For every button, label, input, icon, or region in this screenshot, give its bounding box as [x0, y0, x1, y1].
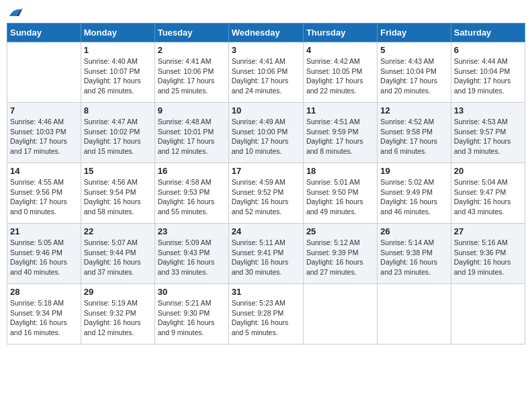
header-saturday: Saturday	[451, 24, 525, 42]
day-info: Sunrise: 5:04 AMSunset: 9:47 PMDaylight:…	[454, 177, 522, 217]
calendar-cell: 18Sunrise: 5:01 AMSunset: 9:50 PMDayligh…	[303, 163, 377, 224]
day-info: Sunrise: 4:47 AMSunset: 10:02 PMDaylight…	[84, 117, 152, 156]
calendar-cell: 30Sunrise: 5:21 AMSunset: 9:30 PMDayligh…	[154, 284, 228, 345]
day-info: Sunrise: 5:01 AMSunset: 9:50 PMDaylight:…	[306, 177, 374, 217]
day-number: 12	[380, 105, 447, 116]
calendar-cell: 20Sunrise: 5:04 AMSunset: 9:47 PMDayligh…	[451, 163, 525, 224]
calendar-cell: 29Sunrise: 5:19 AMSunset: 9:32 PMDayligh…	[81, 284, 154, 345]
day-number: 13	[454, 105, 522, 116]
day-number: 26	[380, 226, 447, 236]
calendar-cell	[378, 284, 451, 345]
calendar-cell: 16Sunrise: 4:58 AMSunset: 9:53 PMDayligh…	[154, 163, 228, 224]
day-number: 31	[232, 287, 300, 297]
day-info: Sunrise: 4:52 AMSunset: 9:58 PMDaylight:…	[380, 117, 447, 156]
calendar-week-5: 28Sunrise: 5:18 AMSunset: 9:34 PMDayligh…	[7, 284, 525, 345]
day-info: Sunrise: 4:43 AMSunset: 10:04 PMDaylight…	[380, 56, 447, 96]
calendar-week-1: 1Sunrise: 4:40 AMSunset: 10:07 PMDayligh…	[7, 42, 525, 103]
day-number: 20	[454, 166, 522, 176]
calendar-cell: 10Sunrise: 4:49 AMSunset: 10:00 PMDaylig…	[228, 103, 303, 163]
day-number: 16	[158, 166, 226, 176]
day-number: 3	[232, 45, 300, 55]
day-info: Sunrise: 5:11 AMSunset: 9:41 PMDaylight:…	[232, 238, 300, 277]
day-info: Sunrise: 5:16 AMSunset: 9:36 PMDaylight:…	[454, 238, 522, 277]
day-number: 29	[84, 287, 152, 297]
calendar-cell: 22Sunrise: 5:07 AMSunset: 9:44 PMDayligh…	[81, 224, 154, 284]
day-info: Sunrise: 4:44 AMSunset: 10:04 PMDaylight…	[454, 56, 522, 96]
day-number: 8	[84, 105, 152, 116]
day-info: Sunrise: 4:53 AMSunset: 9:57 PMDaylight:…	[454, 117, 522, 156]
calendar-cell: 24Sunrise: 5:11 AMSunset: 9:41 PMDayligh…	[228, 224, 303, 284]
day-number: 23	[158, 226, 226, 236]
day-info: Sunrise: 5:09 AMSunset: 9:43 PMDaylight:…	[158, 238, 226, 277]
day-info: Sunrise: 4:49 AMSunset: 10:00 PMDaylight…	[232, 117, 300, 156]
day-number: 7	[10, 105, 78, 116]
calendar-cell: 17Sunrise: 4:59 AMSunset: 9:52 PMDayligh…	[228, 163, 303, 224]
day-info: Sunrise: 4:58 AMSunset: 9:53 PMDaylight:…	[158, 177, 226, 217]
logo-bird-icon	[8, 7, 23, 19]
calendar-cell: 11Sunrise: 4:51 AMSunset: 9:59 PMDayligh…	[303, 103, 377, 163]
day-number: 30	[158, 287, 226, 297]
header-monday: Monday	[81, 24, 154, 42]
calendar-cell: 23Sunrise: 5:09 AMSunset: 9:43 PMDayligh…	[154, 224, 228, 284]
day-number: 6	[454, 45, 522, 55]
day-number: 11	[306, 105, 374, 116]
day-info: Sunrise: 5:21 AMSunset: 9:30 PMDaylight:…	[158, 298, 226, 338]
day-info: Sunrise: 5:23 AMSunset: 9:28 PMDaylight:…	[232, 298, 300, 338]
day-number: 18	[306, 166, 374, 176]
day-info: Sunrise: 4:55 AMSunset: 9:56 PMDaylight:…	[10, 177, 78, 217]
page-header	[7, 7, 525, 19]
header-wednesday: Wednesday	[228, 24, 303, 42]
day-number: 4	[306, 45, 374, 55]
calendar-cell: 5Sunrise: 4:43 AMSunset: 10:04 PMDayligh…	[378, 42, 451, 103]
header-thursday: Thursday	[303, 24, 377, 42]
calendar-cell: 9Sunrise: 4:48 AMSunset: 10:01 PMDayligh…	[154, 103, 228, 163]
day-info: Sunrise: 5:05 AMSunset: 9:46 PMDaylight:…	[10, 238, 78, 277]
day-info: Sunrise: 4:46 AMSunset: 10:03 PMDaylight…	[10, 117, 78, 156]
day-number: 17	[232, 166, 300, 176]
header-tuesday: Tuesday	[154, 24, 228, 42]
day-info: Sunrise: 4:48 AMSunset: 10:01 PMDaylight…	[158, 117, 226, 156]
calendar-cell: 4Sunrise: 4:42 AMSunset: 10:05 PMDayligh…	[303, 42, 377, 103]
day-info: Sunrise: 4:59 AMSunset: 9:52 PMDaylight:…	[232, 177, 300, 217]
day-info: Sunrise: 5:14 AMSunset: 9:38 PMDaylight:…	[380, 238, 447, 277]
day-info: Sunrise: 4:56 AMSunset: 9:54 PMDaylight:…	[84, 177, 152, 217]
day-number: 5	[380, 45, 447, 55]
calendar-cell: 6Sunrise: 4:44 AMSunset: 10:04 PMDayligh…	[451, 42, 525, 103]
calendar-cell: 13Sunrise: 4:53 AMSunset: 9:57 PMDayligh…	[451, 103, 525, 163]
calendar-cell	[451, 284, 525, 345]
day-number: 15	[84, 166, 152, 176]
calendar-cell: 15Sunrise: 4:56 AMSunset: 9:54 PMDayligh…	[81, 163, 154, 224]
day-number: 25	[306, 226, 374, 236]
day-info: Sunrise: 5:18 AMSunset: 9:34 PMDaylight:…	[10, 298, 78, 338]
calendar-week-4: 21Sunrise: 5:05 AMSunset: 9:46 PMDayligh…	[7, 224, 525, 284]
day-info: Sunrise: 4:41 AMSunset: 10:06 PMDaylight…	[232, 56, 300, 96]
day-info: Sunrise: 4:42 AMSunset: 10:05 PMDaylight…	[306, 56, 374, 96]
day-info: Sunrise: 5:02 AMSunset: 9:49 PMDaylight:…	[380, 177, 447, 217]
calendar-cell: 1Sunrise: 4:40 AMSunset: 10:07 PMDayligh…	[81, 42, 154, 103]
day-info: Sunrise: 5:19 AMSunset: 9:32 PMDaylight:…	[84, 298, 152, 338]
calendar-cell: 25Sunrise: 5:12 AMSunset: 9:39 PMDayligh…	[303, 224, 377, 284]
calendar-week-3: 14Sunrise: 4:55 AMSunset: 9:56 PMDayligh…	[7, 163, 525, 224]
calendar-cell	[7, 42, 81, 103]
calendar-week-2: 7Sunrise: 4:46 AMSunset: 10:03 PMDayligh…	[7, 103, 525, 163]
calendar-cell: 7Sunrise: 4:46 AMSunset: 10:03 PMDayligh…	[7, 103, 81, 163]
day-info: Sunrise: 5:07 AMSunset: 9:44 PMDaylight:…	[84, 238, 152, 277]
calendar-cell	[303, 284, 377, 345]
calendar-cell: 19Sunrise: 5:02 AMSunset: 9:49 PMDayligh…	[378, 163, 451, 224]
day-info: Sunrise: 5:12 AMSunset: 9:39 PMDaylight:…	[306, 238, 374, 277]
calendar-header-row: SundayMondayTuesdayWednesdayThursdayFrid…	[7, 24, 525, 42]
calendar-cell: 27Sunrise: 5:16 AMSunset: 9:36 PMDayligh…	[451, 224, 525, 284]
calendar-cell: 28Sunrise: 5:18 AMSunset: 9:34 PMDayligh…	[7, 284, 81, 345]
calendar-cell: 14Sunrise: 4:55 AMSunset: 9:56 PMDayligh…	[7, 163, 81, 224]
day-number: 1	[84, 45, 152, 55]
day-number: 22	[84, 226, 152, 236]
header-sunday: Sunday	[7, 24, 81, 42]
calendar-table: SundayMondayTuesdayWednesdayThursdayFrid…	[7, 23, 525, 345]
day-info: Sunrise: 4:51 AMSunset: 9:59 PMDaylight:…	[306, 117, 374, 156]
calendar-cell: 12Sunrise: 4:52 AMSunset: 9:58 PMDayligh…	[378, 103, 451, 163]
day-number: 28	[10, 287, 78, 297]
day-info: Sunrise: 4:41 AMSunset: 10:06 PMDaylight…	[158, 56, 226, 96]
day-number: 10	[232, 105, 300, 116]
calendar-cell: 31Sunrise: 5:23 AMSunset: 9:28 PMDayligh…	[228, 284, 303, 345]
day-number: 9	[158, 105, 226, 116]
